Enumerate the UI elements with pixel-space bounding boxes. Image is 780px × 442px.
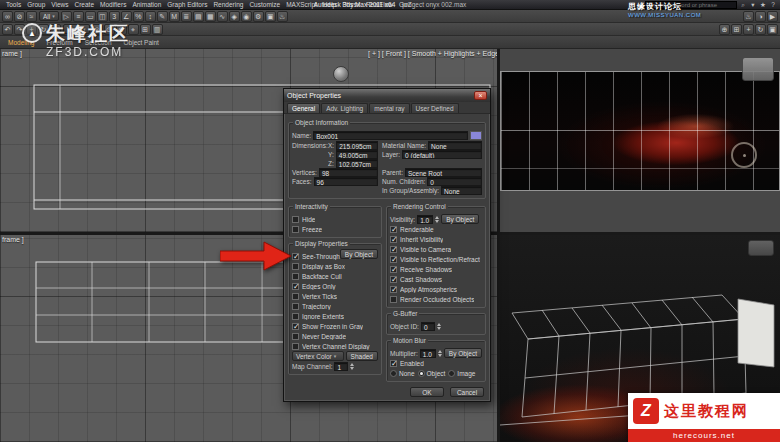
layer-manager-icon[interactable]: ▤ — [193, 11, 204, 22]
object-id-field[interactable]: 0 — [421, 322, 435, 331]
render-production-icon[interactable]: ♨ — [277, 11, 288, 22]
curve-editor-icon[interactable]: ∿ — [217, 11, 228, 22]
cast-shadows-checkbox[interactable]: Cast Shadows — [390, 274, 482, 284]
selection-filter-dropdown[interactable]: All ▾ — [39, 11, 59, 21]
select-by-name-icon[interactable]: ≡ — [73, 11, 84, 22]
vertex-ticks-checkbox[interactable]: Vertex Ticks — [292, 291, 378, 301]
multiplier-spinner[interactable] — [438, 350, 442, 357]
rendered-frame-window-icon[interactable]: ▣ — [265, 11, 276, 22]
viewport-front[interactable] — [500, 49, 780, 232]
ignore-extents-checkbox[interactable]: Ignore Extents — [292, 311, 378, 321]
vertex-channel-display-checkbox[interactable]: Vertex Channel Display — [292, 341, 378, 351]
menu-item[interactable]: Modifiers — [97, 1, 129, 8]
render-last-icon[interactable]: ▶ — [767, 11, 778, 22]
keyboard-override-toggle-icon[interactable]: ⊞ — [140, 24, 151, 35]
chevron-down-icon[interactable]: ▾ — [749, 1, 757, 9]
apply-atmospherics-checkbox[interactable]: Apply Atmospherics — [390, 284, 482, 294]
select-object-icon[interactable]: ▷ — [61, 11, 72, 22]
hide-checkbox[interactable]: Hide — [292, 214, 378, 224]
object-name-field[interactable]: Box001 — [313, 131, 468, 140]
render-iterative-icon[interactable]: ◑ — [755, 11, 766, 22]
tab-general[interactable]: General — [287, 103, 320, 113]
shaded-button[interactable]: Shaded — [346, 351, 378, 361]
select-and-link-icon[interactable]: ∞ — [2, 11, 13, 22]
edit-named-selection-sets-icon[interactable]: ✎ — [157, 11, 168, 22]
backface-cull-checkbox[interactable]: Backface Cull — [292, 271, 378, 281]
menu-item[interactable]: Group — [24, 1, 48, 8]
renderable-checkbox[interactable]: Renderable — [390, 224, 482, 234]
visibility-field[interactable]: 1.0 — [417, 215, 433, 224]
snap-toggle-icon[interactable]: 3 — [109, 11, 120, 22]
percent-snap-icon[interactable]: % — [133, 11, 144, 22]
tab-user-defined[interactable]: User Defined — [411, 103, 459, 113]
edges-only-checkbox[interactable]: Edges Only — [292, 281, 378, 291]
menu-item[interactable]: Animation — [129, 1, 164, 8]
motion-blur-image-radio[interactable]: Image — [448, 370, 475, 377]
named-selection-sets-icon[interactable]: ▥ — [152, 24, 163, 35]
steering-wheel-widget[interactable] — [333, 66, 349, 82]
menu-item[interactable]: Views — [48, 1, 71, 8]
undo-icon[interactable]: ↶ — [2, 24, 13, 35]
help-icon[interactable]: ? — [769, 1, 777, 8]
orbit-icon[interactable]: ↻ — [755, 24, 766, 35]
trajectory-checkbox[interactable]: Trajectory — [292, 301, 378, 311]
bind-to-space-warp-icon[interactable]: ≈ — [26, 11, 37, 22]
display-as-box-checkbox[interactable]: Display as Box — [292, 261, 378, 271]
viewport-label[interactable]: frame ] — [2, 236, 24, 243]
pan-icon[interactable]: + — [743, 24, 754, 35]
dialog-titlebar[interactable]: Object Properties × — [284, 89, 490, 102]
cancel-button[interactable]: Cancel — [450, 387, 484, 397]
align-icon[interactable]: ≣ — [181, 11, 192, 22]
window-crossing-toggle-icon[interactable]: ◫ — [97, 11, 108, 22]
close-icon[interactable]: × — [474, 91, 487, 100]
search-icon[interactable]: ⌕ — [739, 1, 747, 9]
motion-blur-none-radio[interactable]: None — [390, 370, 415, 377]
vertex-channel-dropdown[interactable]: Vertex Color ▾ — [292, 351, 344, 361]
map-channel-spinner[interactable] — [350, 363, 354, 370]
rectangular-selection-region-icon[interactable]: ▭ — [85, 11, 96, 22]
ok-button[interactable]: OK — [410, 387, 444, 397]
spinner-snap-icon[interactable]: ↕ — [145, 11, 156, 22]
zoom-icon[interactable]: ⊕ — [719, 24, 730, 35]
show-frozen-in-gray-checkbox[interactable]: Show Frozen in Gray — [292, 321, 378, 331]
menu-item[interactable]: Rendering — [210, 1, 246, 8]
visibility-spinner[interactable] — [435, 216, 439, 223]
menu-item[interactable]: Tools — [3, 1, 24, 8]
tab-mental-ray[interactable]: mental ray — [369, 103, 409, 113]
zoom-extents-icon[interactable]: ⊞ — [731, 24, 742, 35]
receive-shadows-checkbox[interactable]: Receive Shadows — [390, 264, 482, 274]
never-degrade-checkbox[interactable]: Never Degrade — [292, 331, 378, 341]
front-viewport-label[interactable]: [ + ] [ Front ] [ Smooth + Highlights + … — [368, 50, 497, 57]
menu-item[interactable]: Create — [72, 1, 98, 8]
map-channel-field[interactable]: 1 — [334, 362, 348, 371]
object-id-spinner[interactable] — [437, 323, 441, 330]
material-editor-icon[interactable]: ◉ — [241, 11, 252, 22]
multiplier-field[interactable]: 1.0 — [420, 349, 436, 358]
freeze-checkbox[interactable]: Freeze — [292, 224, 378, 234]
viewcube[interactable] — [742, 57, 774, 81]
graphite-ribbon-toggle-icon[interactable]: ▦ — [205, 11, 216, 22]
menu-item[interactable]: Graph Editors — [164, 1, 210, 8]
object-color-swatch[interactable] — [470, 131, 482, 140]
schematic-view-icon[interactable]: ◈ — [229, 11, 240, 22]
unlink-selection-icon[interactable]: ⊘ — [14, 11, 25, 22]
favorites-star-icon[interactable]: ★ — [759, 1, 767, 9]
render-setup-icon[interactable]: ⚙ — [253, 11, 264, 22]
visible-to-camera-checkbox[interactable]: Visible to Camera — [390, 244, 482, 254]
visible-to-reflection-refraction-checkbox[interactable]: Visible to Reflection/Refraction — [390, 254, 482, 264]
visibility-by-object-button[interactable]: By Object — [441, 214, 479, 224]
menu-item[interactable]: Customize — [246, 1, 283, 8]
viewcube[interactable] — [748, 240, 774, 256]
inherit-visibility-checkbox[interactable]: Inherit Visibility — [390, 234, 482, 244]
motion-blur-enabled-checkbox[interactable]: Enabled — [390, 358, 482, 368]
viewport-label[interactable]: rame ] — [2, 50, 22, 57]
maximize-viewport-toggle-icon[interactable]: ▣ — [767, 24, 778, 35]
render-shortcut-icon[interactable]: ♨ — [743, 11, 754, 22]
render-occluded-objects-checkbox[interactable]: Render Occluded Objects — [390, 294, 482, 304]
display-by-object-button[interactable]: By Object — [340, 249, 378, 259]
motion-blur-object-radio[interactable]: Object — [418, 370, 446, 377]
motion-blur-by-object-button[interactable]: By Object — [444, 348, 482, 358]
tab-adv-lighting[interactable]: Adv. Lighting — [321, 103, 368, 113]
angle-snap-icon[interactable]: ∠ — [121, 11, 132, 22]
mirror-icon[interactable]: M — [169, 11, 180, 22]
